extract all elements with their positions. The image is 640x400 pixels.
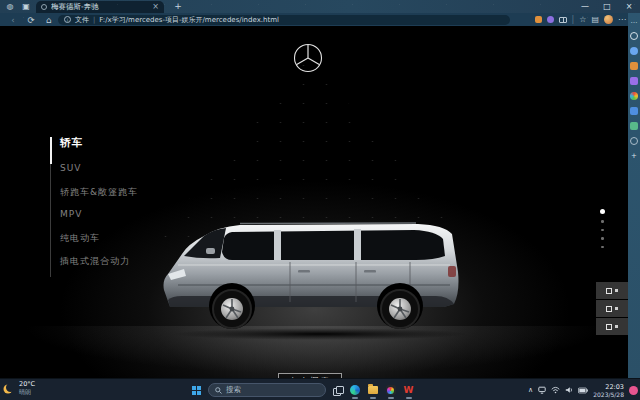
vertical-tabs-icon[interactable]: ▣ — [20, 1, 32, 12]
taskbar-search[interactable]: 搜索 — [208, 383, 326, 397]
sidebar-m365-icon[interactable] — [630, 92, 638, 100]
clock-time: 22:03 — [605, 383, 624, 391]
folder-icon — [368, 386, 378, 394]
edge-sidebar: … + — [628, 13, 640, 378]
menu-item-sedan[interactable]: 轿车 — [60, 136, 83, 150]
taskbar-app-explorer[interactable] — [367, 383, 378, 397]
sidebar-drop-icon[interactable] — [630, 122, 638, 130]
menu-item-ev[interactable]: 纯电动车 — [60, 232, 100, 245]
sidebar-shopping-icon[interactable] — [630, 62, 638, 70]
tab-close-icon[interactable]: × — [152, 1, 159, 13]
profile-avatar[interactable] — [604, 15, 613, 24]
menu-item-suv[interactable]: SUV — [60, 163, 81, 173]
window-minimize-button[interactable]: — — [574, 0, 596, 13]
sidebar-add-icon[interactable]: + — [631, 152, 637, 160]
search-placeholder: 搜索 — [226, 385, 241, 395]
moon-icon — [6, 383, 15, 392]
back-icon[interactable]: ‹ — [6, 14, 20, 26]
system-tray: ∧ 22:03 2023/5/28 — [528, 379, 638, 400]
carousel-dot[interactable] — [601, 229, 604, 232]
refresh-icon[interactable]: ⟳ — [24, 14, 38, 26]
taskbar-app-wps[interactable]: W — [403, 383, 414, 397]
floating-side-tools — [596, 282, 628, 335]
home-icon[interactable]: ⌂ — [42, 14, 56, 26]
taskbar-center: 搜索 W — [192, 379, 414, 400]
address-url[interactable]: F:/x学习/mercedes-项目-娱乐开/mercedes/index.ht… — [99, 15, 279, 25]
window-close-button[interactable]: × — [618, 0, 640, 13]
favorites-star-icon[interactable]: ☆ — [579, 14, 586, 26]
carousel-dot-active[interactable] — [600, 209, 605, 214]
address-scheme-badge: 文件 — [75, 15, 89, 25]
carousel-dot[interactable] — [601, 220, 604, 223]
carousel-dot[interactable] — [601, 237, 604, 240]
screen: ◍ ▣ 梅赛德斯-奔驰 × + — □ × ‹ ⟳ ⌂ i 文件 | F:/x学… — [0, 0, 640, 400]
clock-date: 2023/5/28 — [593, 391, 624, 398]
sidebar-history-icon[interactable] — [630, 137, 638, 145]
sidebar-search-icon[interactable] — [630, 32, 638, 40]
weather-condition: 晴朗 — [19, 388, 35, 395]
address-bar[interactable]: i 文件 | F:/x学习/mercedes-项目-娱乐开/mercedes/i… — [58, 15, 510, 25]
side-tool-button[interactable] — [596, 318, 628, 335]
menu-item-coupe-cabrio[interactable]: 轿跑车&敞篷跑车 — [60, 186, 138, 199]
weather-widget[interactable]: 20°C 晴朗 — [6, 380, 35, 395]
workspaces-icon[interactable]: ◍ — [4, 1, 16, 12]
search-icon — [215, 387, 222, 394]
start-button[interactable] — [192, 386, 201, 395]
address-separator: | — [93, 16, 95, 24]
weather-temperature: 20°C — [19, 380, 35, 388]
carousel-pagination — [600, 209, 605, 248]
new-tab-button[interactable]: + — [172, 1, 184, 12]
menu-item-mpv[interactable]: MPV — [60, 209, 82, 219]
mercedes-star-logo — [292, 42, 324, 74]
wifi-icon[interactable] — [551, 386, 560, 394]
tab-favicon-icon — [41, 4, 47, 10]
toolbar-divider: | — [572, 14, 575, 26]
taskbar-app-photos[interactable] — [385, 383, 396, 397]
window-maximize-button[interactable]: □ — [596, 0, 618, 13]
mercedes-landing-page: 轿车 SUV 轿跑车&敞篷跑车 MPV 纯电动车 插电式混合动力 点击探索 — [0, 26, 628, 378]
split-screen-icon[interactable] — [559, 17, 567, 23]
car-image — [148, 212, 484, 336]
extension-icon[interactable] — [547, 16, 554, 23]
browser-titlebar: ◍ ▣ 梅赛德斯-奔驰 × + — □ × — [0, 0, 640, 13]
extension-icon[interactable] — [535, 16, 542, 23]
sidebar-games-icon[interactable] — [630, 77, 638, 85]
battery-icon[interactable] — [578, 387, 588, 394]
tray-display-icon[interactable] — [538, 386, 546, 394]
sidebar-image-creator-icon[interactable] — [630, 107, 638, 115]
front-wheel — [213, 290, 251, 328]
carousel-dot[interactable] — [601, 246, 604, 249]
taskbar-clock[interactable]: 22:03 2023/5/28 — [593, 383, 624, 398]
notification-badge[interactable] — [629, 386, 638, 395]
rear-wheel — [381, 290, 419, 328]
windows-taskbar: 20°C 晴朗 搜索 W ∧ — [0, 378, 640, 400]
taskbar-app-edge[interactable] — [349, 383, 360, 397]
wps-w-icon: W — [404, 385, 414, 395]
edge-icon — [350, 385, 360, 395]
color-wheel-icon — [386, 385, 396, 395]
side-tool-button[interactable] — [596, 282, 628, 299]
browser-tab[interactable]: 梅赛德斯-奔驰 × — [36, 1, 164, 13]
sidebar-copilot-icon[interactable] — [630, 47, 638, 55]
sidebar-more-icon[interactable]: … — [631, 17, 638, 25]
tab-title: 梅赛德斯-奔驰 — [51, 2, 148, 12]
page-info-icon[interactable]: i — [64, 16, 71, 23]
volume-icon[interactable] — [565, 386, 573, 394]
collections-icon[interactable]: ▤ — [591, 14, 599, 26]
menu-item-phev[interactable]: 插电式混合动力 — [60, 255, 130, 268]
task-view-button[interactable] — [333, 386, 342, 394]
tray-chevron-icon[interactable]: ∧ — [528, 386, 533, 394]
settings-more-icon[interactable]: ⋯ — [618, 14, 626, 26]
menu-scroll-thumb[interactable] — [50, 137, 52, 164]
side-tool-button[interactable] — [596, 300, 628, 317]
toolbar-right-icons: | ☆ ▤ ⋯ — [535, 14, 626, 26]
